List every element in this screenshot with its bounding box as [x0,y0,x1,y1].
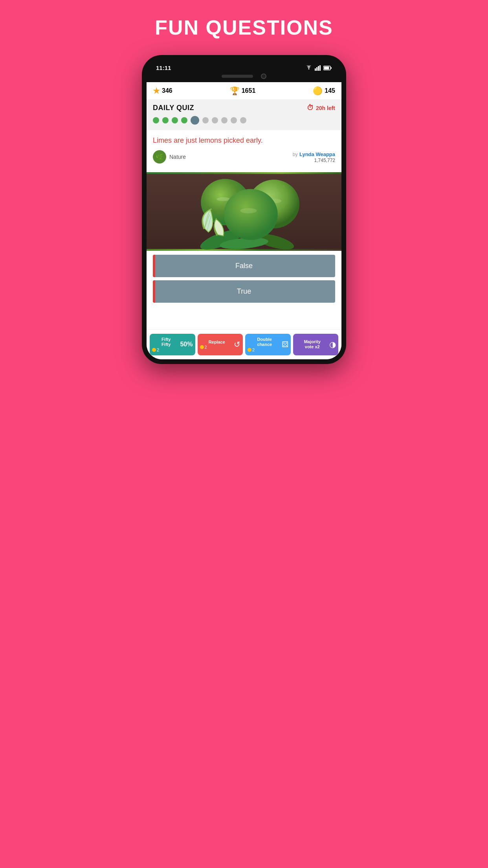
signal-icon [315,65,321,71]
powerup-fifty-fifty[interactable]: FiftyFifty 2 50% [150,334,195,355]
category-icon: 🌿 [153,150,166,164]
trophy-count: 1651 [242,87,256,94]
majority-icon: ◑ [329,340,336,349]
daily-quiz-title: DAILY QUIZ [153,104,194,112]
svg-rect-3 [319,65,321,71]
answer-false-button[interactable]: False [153,255,335,277]
powerup-fifty-text: FiftyFifty [152,337,180,347]
question-area: Limes are just lemons picked early. 🌿 Na… [147,130,341,172]
category-badge: 🌿 Nature [153,150,186,164]
author-by-label: by [293,152,298,157]
svg-point-15 [216,197,230,201]
coin-stat: 🟡 145 [313,86,335,96]
phone-mockup: 11:11 [142,55,346,364]
timer-icon: ⏱ [307,104,314,112]
daily-quiz-header: DAILY QUIZ ⏱ 20h left [153,104,335,112]
progress-dot-4 [181,117,187,123]
phone-speaker [222,75,253,78]
coin-count: 145 [325,87,335,94]
coin-icon: 🟡 [313,86,323,96]
question-image [147,172,341,251]
category-name: Nature [169,154,186,160]
phone-frame: 11:11 [142,55,346,364]
svg-point-17 [240,208,257,213]
timer-badge: ⏱ 20h left [307,104,335,112]
daily-quiz-bar: DAILY QUIZ ⏱ 20h left [147,100,341,130]
progress-dot-2 [162,117,169,123]
progress-dots [153,116,335,125]
answers-area: False True [147,251,341,310]
powerup-double-count: 2 [248,348,282,352]
phone-screen: ★ 346 🏆 1651 🟡 145 DAILY QUIZ ⏱ [147,82,341,359]
answer-true-label: True [159,287,329,296]
svg-rect-0 [315,68,316,71]
phone-camera-area [147,71,341,82]
powerup-replace-text: Replace [200,340,234,345]
svg-rect-1 [316,67,317,71]
author-info: by Lynda Weappa 1,745,772 [293,151,335,163]
progress-dot-6 [202,117,209,123]
trophy-stat: 🏆 1651 [179,86,307,96]
powerup-replace-count: 2 [200,345,234,349]
powerup-double-chance[interactable]: Doublechance 2 ⚄ [245,334,291,355]
svg-rect-2 [318,66,319,71]
fifty-icon: 50% [180,341,193,348]
spacer [147,310,341,329]
battery-icon [323,66,332,70]
star-stat: ★ 346 [153,86,172,96]
answer-false-label: False [159,262,329,270]
progress-dot-8 [221,117,227,123]
powerup-fifty-count: 2 [152,348,180,352]
progress-dot-7 [212,117,218,123]
progress-dot-5 [191,116,199,125]
svg-point-16 [224,189,277,240]
star-count: 346 [162,87,172,94]
svg-rect-6 [324,66,329,69]
answer-true-button[interactable]: True [153,280,335,303]
status-bar: 11:11 [147,60,341,71]
author-name: Lynda Weappa [299,151,335,157]
progress-dot-1 [153,117,159,123]
status-time: 11:11 [156,64,171,71]
app-header: ★ 346 🏆 1651 🟡 145 [147,82,341,100]
powerup-replace[interactable]: Replace 2 ↺ [198,334,243,355]
wifi-icon [305,65,312,71]
double-icon: ⚄ [282,340,288,349]
replace-icon: ↺ [234,340,240,349]
powerup-majority-vote[interactable]: Majorityvote x2 ◑ [293,334,339,355]
author-score: 1,745,772 [293,158,335,163]
star-icon: ★ [153,86,160,96]
status-icons [305,65,332,71]
progress-dot-3 [172,117,178,123]
powerups-bar: FiftyFifty 2 50% Replace 2 [147,329,341,359]
question-text: Limes are just lemons picked early. [153,136,335,145]
powerup-double-text: Doublechance [248,337,282,347]
question-meta: 🌿 Nature by Lynda Weappa 1,745,772 [153,150,335,164]
svg-rect-5 [331,67,332,69]
progress-dot-9 [231,117,237,123]
timer-label: 20h left [316,105,335,111]
phone-camera [261,74,266,79]
powerup-majority-text: Majorityvote x2 [295,339,330,349]
page-title: FUN QUESTIONS [155,16,333,39]
trophy-icon: 🏆 [230,86,240,96]
progress-dot-10 [240,117,246,123]
